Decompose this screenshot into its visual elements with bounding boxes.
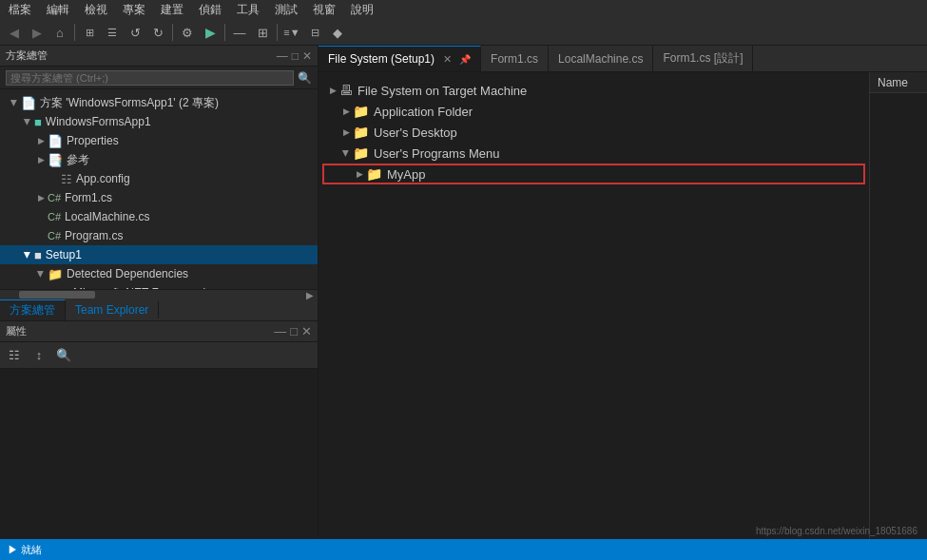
tab-filesystem-pinicon: 📌	[459, 54, 471, 65]
menu-bar: 檔案 編輯 檢視 專案 建置 偵錯 工具 測試 視窗 說明	[0, 0, 927, 21]
config-button[interactable]: ≡▼	[281, 22, 302, 43]
refresh-button[interactable]: ↺	[125, 22, 145, 43]
form1cs-node[interactable]: ▶ C# Form1.cs	[0, 188, 318, 207]
pin-prop-icon[interactable]: —	[274, 324, 286, 338]
solution-icon: 📄	[21, 96, 36, 110]
tab-filesystem-close[interactable]: ✕	[440, 52, 454, 66]
platform-button[interactable]: ⊟	[304, 22, 325, 43]
menu-test[interactable]: 測試	[270, 0, 302, 20]
detected-dep-icon: 📁	[48, 267, 63, 281]
setup1-node[interactable]: ▶ ■ Setup1	[0, 245, 318, 264]
search-input[interactable]	[6, 70, 294, 86]
solution-node[interactable]: ▶ 📄 方案 'WindowsFormsApp1' (2 專案)	[0, 93, 318, 112]
detected-dep-node[interactable]: ▶ 📁 Detected Dependencies	[0, 264, 318, 283]
project-arrow: ▶	[21, 115, 34, 128]
form1cs-arrow: ▶	[34, 191, 48, 204]
references-node[interactable]: ▶ 📑 參考	[0, 150, 318, 169]
fs-myapp-icon: 📁	[366, 166, 382, 182]
fs-programs-menu[interactable]: ▶ 📁 User's Programs Menu	[322, 143, 865, 164]
localmachinecs-icon: C#	[48, 211, 61, 222]
grid-button[interactable]: ⊞	[79, 22, 100, 43]
home-button[interactable]: ⌂	[49, 22, 70, 43]
close-icon[interactable]: ✕	[302, 49, 312, 63]
tab-team-explorer[interactable]: Team Explorer	[66, 301, 159, 319]
programcs-icon: C#	[48, 230, 61, 241]
appconfig-label: App.config	[76, 172, 130, 185]
fs-programs-arrow: ▶	[341, 146, 351, 160]
editor-content: ▶ 🖶 File System on Target Machine ▶ 📁 Ap…	[319, 72, 927, 560]
fs-root[interactable]: ▶ 🖶 File System on Target Machine	[322, 80, 865, 101]
tab-form1cs[interactable]: Form1.cs	[481, 46, 549, 71]
project-node[interactable]: ▶ ■ WindowsFormsApp1	[0, 112, 318, 131]
menu-tools[interactable]: 工具	[232, 0, 264, 20]
name-header-label: Name	[878, 76, 908, 89]
menu-help[interactable]: 說明	[346, 0, 378, 20]
float-prop-icon[interactable]: □	[290, 324, 298, 338]
minus-button[interactable]: —	[229, 22, 250, 43]
form1cs-label: Form1.cs	[65, 191, 112, 204]
properties-content	[0, 369, 318, 561]
search-icon: 🔍	[298, 71, 312, 85]
tab-filesystem[interactable]: File System (Setup1) ✕ 📌	[319, 46, 481, 71]
hscroll-thumb[interactable]	[19, 291, 95, 299]
redo-button[interactable]: ↻	[147, 22, 168, 43]
pin-icon[interactable]: —	[277, 49, 288, 63]
tab-localmachinecs-label: LocalMachine.cs	[558, 52, 643, 66]
float-icon[interactable]: □	[292, 49, 299, 63]
toolbar-separator-3	[224, 24, 225, 41]
fs-programs-icon: 📁	[353, 145, 369, 161]
fs-computer-icon: 🖶	[339, 83, 353, 98]
name-content	[870, 93, 927, 560]
close-prop-icon[interactable]: ✕	[301, 324, 312, 338]
name-header: Name	[870, 72, 927, 93]
fs-application-folder[interactable]: ▶ 📁 Application Folder	[322, 101, 865, 122]
setup1-label: Setup1	[46, 248, 82, 261]
prop-category-btn[interactable]: ☷	[4, 344, 25, 365]
solution-arrow: ▶	[8, 96, 21, 109]
menu-window[interactable]: 視窗	[308, 0, 340, 20]
menu-build[interactable]: 建置	[156, 0, 188, 20]
prop-search-btn[interactable]: 🔍	[53, 344, 74, 365]
localmachinecs-node[interactable]: C# LocalMachine.cs	[0, 207, 318, 226]
setup1-icon: ■	[34, 248, 42, 262]
properties-title: 屬性	[6, 324, 27, 338]
back-button[interactable]: ◀	[4, 22, 25, 43]
programcs-node[interactable]: C# Program.cs	[0, 226, 318, 245]
tab-solution-explorer[interactable]: 方案總管	[0, 299, 66, 320]
right-arrow[interactable]: ▶	[302, 290, 318, 300]
menu-edit[interactable]: 編輯	[42, 0, 74, 20]
solution-label: 方案 'WindowsFormsApp1' (2 專案)	[40, 95, 219, 111]
appconfig-node[interactable]: ☷ App.config	[0, 169, 318, 188]
properties-arrow: ▶	[34, 134, 48, 147]
fs-tree: ▶ 🖶 File System on Target Machine ▶ 📁 Ap…	[319, 72, 870, 560]
run-button[interactable]: ▶	[200, 22, 221, 43]
settings-button[interactable]: ⚙	[177, 22, 198, 43]
properties-node[interactable]: ▶ 📄 Properties	[0, 131, 318, 150]
bottom-tabs: 方案總管 Team Explorer	[0, 300, 318, 321]
forward-button[interactable]: ▶	[27, 22, 48, 43]
plus-button[interactable]: ⊞	[252, 22, 273, 43]
prop-alpha-btn[interactable]: ↕	[29, 344, 49, 365]
fs-myapp-label: MyApp	[387, 167, 425, 182]
device-button[interactable]: ◆	[327, 22, 348, 43]
tab-localmachinecs[interactable]: LocalMachine.cs	[549, 46, 653, 71]
form1cs-icon: C#	[48, 192, 61, 203]
menu-debug[interactable]: 偵錯	[194, 0, 226, 20]
fs-users-desktop[interactable]: ▶ 📁 User's Desktop	[322, 122, 865, 143]
menu-view[interactable]: 檢視	[80, 0, 112, 20]
fs-programs-label: User's Programs Menu	[374, 146, 500, 161]
fs-appfolder-label: Application Folder	[374, 105, 473, 119]
status-ready: ▶ 就緒	[8, 543, 42, 557]
menu-project[interactable]: 專案	[118, 0, 150, 20]
hscroll-area: ▶	[0, 289, 318, 300]
status-bar: ▶ 就緒	[0, 539, 927, 560]
solution-tree: ▶ 📄 方案 'WindowsFormsApp1' (2 專案) ▶ ■ Win…	[0, 89, 318, 289]
tab-form1design[interactable]: Form1.cs [設計]	[653, 46, 753, 71]
properties-icon: 📄	[48, 134, 63, 148]
menu-file[interactable]: 檔案	[4, 0, 36, 20]
list-button[interactable]: ☰	[102, 22, 123, 43]
fs-myapp[interactable]: ▶ 📁 MyApp	[322, 164, 865, 184]
localmachinecs-label: LocalMachine.cs	[65, 210, 149, 223]
detected-dep-arrow: ▶	[34, 267, 48, 280]
fs-root-label: File System on Target Machine	[357, 84, 527, 98]
